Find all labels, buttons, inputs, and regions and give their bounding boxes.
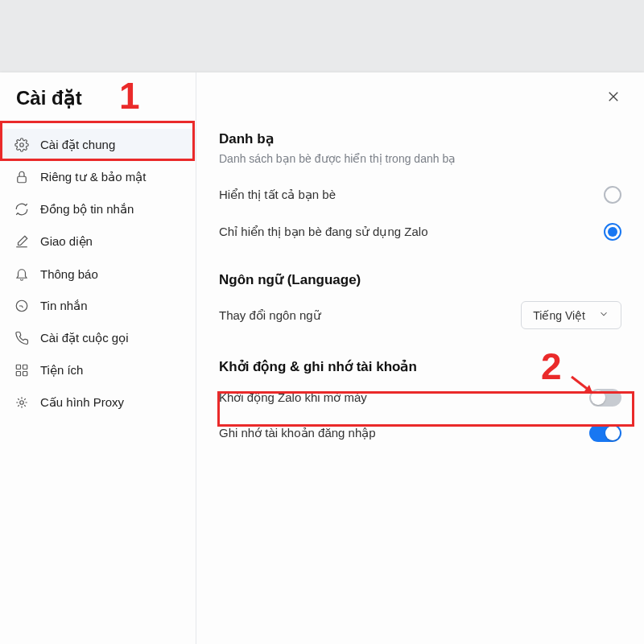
toggle-label: Khởi động Zalo khi mở máy	[219, 390, 367, 405]
radio-label: Hiển thị tất cả bạn bè	[219, 188, 336, 202]
sidebar-item-sync[interactable]: Đồng bộ tin nhắn	[0, 193, 196, 225]
sidebar-item-label: Tiện ích	[40, 363, 83, 378]
phone-icon	[14, 331, 29, 345]
lock-icon	[14, 170, 29, 184]
toggle-remember-account[interactable]	[589, 424, 621, 442]
language-row: Thay đổi ngôn ngữ Tiếng Việt	[219, 293, 621, 337]
contacts-sub: Danh sách bạn bè được hiển thị trong dan…	[219, 152, 621, 165]
sidebar-item-proxy[interactable]: Cấu hình Proxy	[0, 386, 196, 419]
proxy-icon	[14, 395, 29, 410]
sidebar: Cài đặt Cài đặt chung Riêng tư & bảo mật…	[0, 72, 196, 644]
sidebar-item-notifications[interactable]: Thông báo	[0, 258, 196, 290]
close-icon	[606, 89, 621, 107]
startup-title: Khởi động & ghi nhớ tài khoản	[219, 358, 621, 375]
language-value: Tiếng Việt	[533, 309, 585, 322]
edit-icon	[14, 234, 29, 249]
sidebar-item-privacy[interactable]: Riêng tư & bảo mật	[0, 161, 196, 193]
svg-point-7	[20, 401, 24, 405]
content-area: Danh bạ Danh sách bạn bè được hiển thị t…	[196, 72, 644, 644]
startup-section: Khởi động & ghi nhớ tài khoản Khởi động …	[219, 358, 621, 451]
sidebar-item-label: Tin nhắn	[40, 299, 87, 313]
language-label: Thay đổi ngôn ngữ	[219, 308, 321, 323]
contacts-section: Danh bạ Danh sách bạn bè được hiển thị t…	[219, 130, 621, 250]
message-icon	[14, 299, 29, 313]
sidebar-item-messages[interactable]: Tin nhắn	[0, 290, 196, 322]
toggle-row-remember: Ghi nhớ tài khoản đăng nhập	[219, 415, 621, 451]
svg-rect-5	[16, 372, 20, 376]
contacts-title: Danh bạ	[219, 130, 621, 147]
chevron-down-icon	[598, 308, 609, 322]
settings-panel: Cài đặt Cài đặt chung Riêng tư & bảo mật…	[0, 72, 644, 644]
radio-show-zalo-only[interactable]: Chỉ hiển thị bạn bè đang sử dụng Zalo	[219, 213, 621, 250]
toggle-autostart[interactable]	[589, 389, 621, 407]
sync-icon	[14, 202, 29, 217]
svg-point-0	[20, 143, 24, 147]
sidebar-item-label: Thông báo	[40, 267, 98, 281]
sidebar-item-label: Riêng tư & bảo mật	[40, 170, 146, 184]
language-title: Ngôn ngữ (Language)	[219, 271, 621, 288]
svg-rect-1	[18, 176, 27, 183]
bell-icon	[14, 266, 29, 281]
gear-icon	[14, 138, 29, 152]
close-button[interactable]	[602, 87, 625, 109]
radio-show-all[interactable]: Hiển thị tất cả bạn bè	[219, 176, 621, 213]
sidebar-item-label: Giao diện	[40, 234, 93, 249]
toggle-label: Ghi nhớ tài khoản đăng nhập	[219, 426, 376, 440]
sidebar-item-interface[interactable]: Giao diện	[0, 225, 196, 258]
settings-title: Cài đặt	[0, 87, 196, 129]
sidebar-item-label: Cấu hình Proxy	[40, 395, 124, 410]
svg-rect-6	[23, 372, 27, 376]
radio-icon	[604, 223, 621, 241]
sidebar-item-call[interactable]: Cài đặt cuộc gọi	[0, 322, 196, 354]
grid-icon	[14, 363, 29, 378]
svg-rect-3	[16, 365, 20, 369]
sidebar-item-label: Cài đặt cuộc gọi	[40, 331, 129, 345]
sidebar-item-label: Đồng bộ tin nhắn	[40, 202, 134, 217]
svg-rect-4	[23, 365, 27, 369]
language-section: Ngôn ngữ (Language) Thay đổi ngôn ngữ Ti…	[219, 271, 621, 337]
sidebar-item-label: Cài đặt chung	[40, 138, 115, 152]
toggle-row-autostart: Khởi động Zalo khi mở máy	[219, 380, 621, 415]
radio-label: Chỉ hiển thị bạn bè đang sử dụng Zalo	[219, 225, 428, 239]
radio-icon	[604, 186, 621, 204]
language-select[interactable]: Tiếng Việt	[521, 301, 621, 329]
sidebar-item-utilities[interactable]: Tiện ích	[0, 354, 196, 386]
sidebar-item-general[interactable]: Cài đặt chung	[0, 129, 196, 161]
